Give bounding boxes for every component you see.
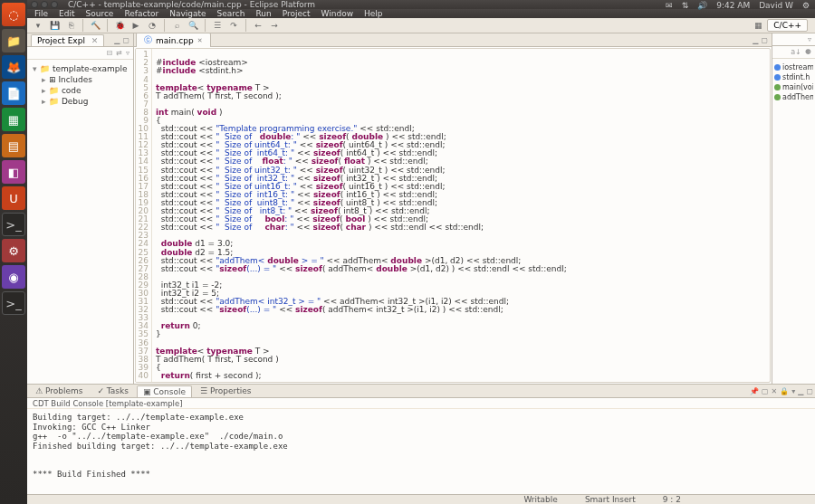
status-cursor: 9 : 2 bbox=[663, 495, 681, 504]
status-bar: Writable Smart Insert 9 : 2 bbox=[27, 494, 815, 504]
outline-item: stdint.h bbox=[774, 72, 813, 82]
open-perspective-icon[interactable]: ▦ bbox=[751, 18, 765, 33]
close-tab-icon[interactable]: ✕ bbox=[197, 37, 203, 44]
toggle-breadcrumb-icon[interactable]: ☰ bbox=[210, 18, 225, 33]
window-titlebar: C/C++ - template-example/code/main.cpp -… bbox=[27, 0, 815, 9]
back-icon[interactable]: ← bbox=[251, 18, 265, 33]
save-all-icon[interactable]: ⎘ bbox=[63, 18, 78, 33]
firefox-icon[interactable]: 🦊 bbox=[2, 55, 25, 79]
menu-project[interactable]: Project bbox=[283, 9, 311, 18]
display-icon[interactable]: ▢ bbox=[762, 387, 769, 395]
maximize-view-icon[interactable]: ▢ bbox=[122, 36, 129, 44]
console-output[interactable]: Building target: ../../template-example.… bbox=[27, 409, 815, 494]
writer-icon[interactable]: 📄 bbox=[2, 81, 25, 105]
minimize-console-icon[interactable]: ▁ bbox=[798, 387, 803, 395]
window-title: C/C++ - template-example/code/main.cpp -… bbox=[68, 0, 315, 9]
scroll-lock-icon[interactable]: 🔒 bbox=[780, 387, 789, 395]
status-writable: Writable bbox=[523, 495, 558, 504]
console-view: ⚠ Problems ✓ Tasks ▣ Console ☰ Propertie… bbox=[27, 384, 815, 494]
editor-view: ⓒ main.cpp ✕ ▁ ▢ 1 2 3 4 5 6 7 8 9 10 11… bbox=[134, 33, 772, 384]
filter-icon[interactable]: ⚈ bbox=[805, 48, 811, 56]
project-explorer-view: Project Expl ✕ ▁ ▢ ⊟ ⇄ ▿ ▾📁 template-exa… bbox=[27, 33, 134, 384]
app-icon[interactable]: ◧ bbox=[2, 160, 25, 184]
status-insert: Smart Insert bbox=[585, 495, 636, 504]
project-explorer-tab[interactable]: Project Expl ✕ bbox=[31, 34, 104, 46]
project-tree[interactable]: ▾📁 template-example ▸⊞ Includes ▸📁 code … bbox=[27, 60, 133, 110]
outline-item: main(void bbox=[774, 82, 813, 92]
maximize-console-icon[interactable]: ▢ bbox=[806, 387, 813, 395]
search-icon[interactable]: 🔍 bbox=[186, 18, 200, 33]
menu-navigate[interactable]: Navigate bbox=[169, 9, 206, 18]
build-icon[interactable]: 🔨 bbox=[88, 18, 102, 33]
tab-problems[interactable]: ⚠ Problems bbox=[29, 385, 89, 397]
terminal2-icon[interactable]: >_ bbox=[2, 291, 25, 315]
nautilus-icon[interactable]: 📁 bbox=[2, 29, 25, 52]
user-menu[interactable]: David W bbox=[759, 1, 793, 10]
impress-icon[interactable]: ▤ bbox=[2, 134, 25, 157]
menu-help[interactable]: Help bbox=[364, 9, 383, 18]
dash-icon[interactable]: ◌ bbox=[2, 3, 25, 26]
main-toolbar: ▾ 💾 ⎘ 🔨 🐞 ▶ ◔ ⌕ 🔍 ☰ ↷ ← → ▦ C/C++ bbox=[27, 18, 815, 33]
debug-icon[interactable]: 🐞 bbox=[112, 18, 127, 33]
outline-view: ▿ a↓ ⚈ iostream stdint.h main(void addTh… bbox=[772, 33, 815, 384]
terminal-icon[interactable]: >_ bbox=[2, 213, 25, 236]
view-menu-icon[interactable]: ▿ bbox=[126, 49, 129, 57]
save-icon[interactable]: 💾 bbox=[47, 18, 62, 33]
settings-icon[interactable]: ⚙ bbox=[2, 239, 25, 262]
maximize-icon[interactable] bbox=[51, 1, 58, 8]
maximize-editor-icon[interactable]: ▢ bbox=[761, 36, 768, 44]
menu-search[interactable]: Search bbox=[217, 9, 245, 18]
pin-icon[interactable]: 📌 bbox=[750, 387, 759, 395]
open-console-icon[interactable]: ▾ bbox=[791, 387, 795, 395]
mail-icon[interactable]: ✉ bbox=[666, 1, 673, 10]
line-gutter: 1 2 3 4 5 6 7 8 9 10 11 12 13 14 15 16 1… bbox=[136, 49, 152, 382]
menu-edit[interactable]: Edit bbox=[59, 9, 74, 18]
system-panel: ✉ ⇅ 🔊 9:42 AM David W ⚙ bbox=[666, 0, 815, 11]
editor-tab-main[interactable]: ⓒ main.cpp ✕ bbox=[136, 33, 211, 47]
code-text[interactable]: #include <iostream> #include <stdint.h> … bbox=[152, 49, 770, 382]
menu-window[interactable]: Window bbox=[321, 9, 354, 18]
outline-item: addThem bbox=[774, 92, 813, 102]
run-icon[interactable]: ▶ bbox=[129, 18, 143, 33]
step-icon[interactable]: ↷ bbox=[226, 18, 241, 33]
menu-source[interactable]: Source bbox=[86, 9, 114, 18]
menu-run[interactable]: Run bbox=[255, 9, 271, 18]
sort-icon[interactable]: a↓ bbox=[791, 48, 801, 56]
open-type-icon[interactable]: ⌕ bbox=[169, 18, 184, 33]
close-view-icon[interactable]: ✕ bbox=[91, 36, 99, 45]
network-icon[interactable]: ⇅ bbox=[682, 1, 689, 10]
minimize-view-icon[interactable]: ▁ bbox=[114, 36, 120, 44]
calc-icon[interactable]: ▦ bbox=[2, 108, 25, 131]
tab-tasks[interactable]: ✓ Tasks bbox=[91, 385, 135, 397]
link-editor-icon[interactable]: ⇄ bbox=[116, 49, 122, 57]
tab-console[interactable]: ▣ Console bbox=[137, 385, 192, 397]
menu-file[interactable]: File bbox=[34, 9, 48, 18]
perspective-cpp[interactable]: C/C++ bbox=[767, 19, 808, 32]
sound-icon[interactable]: 🔊 bbox=[697, 1, 707, 10]
clear-icon[interactable]: ✕ bbox=[772, 387, 778, 395]
menu-refactor[interactable]: Refactor bbox=[124, 9, 158, 18]
close-icon[interactable] bbox=[31, 1, 38, 8]
collapse-all-icon[interactable]: ⊟ bbox=[107, 49, 113, 57]
outline-item: iostream bbox=[774, 62, 813, 72]
gear-icon[interactable]: ⚙ bbox=[802, 1, 810, 10]
new-icon[interactable]: ▾ bbox=[31, 18, 45, 33]
tab-properties[interactable]: ☰ Properties bbox=[194, 385, 257, 397]
profile-icon[interactable]: ◔ bbox=[145, 18, 159, 33]
clock[interactable]: 9:42 AM bbox=[716, 1, 750, 10]
software-center-icon[interactable]: U bbox=[2, 186, 25, 210]
code-editor[interactable]: 1 2 3 4 5 6 7 8 9 10 11 12 13 14 15 16 1… bbox=[135, 48, 771, 383]
minimize-editor-icon[interactable]: ▁ bbox=[753, 36, 758, 44]
minimize-icon[interactable] bbox=[41, 1, 48, 8]
forward-icon[interactable]: → bbox=[267, 18, 282, 33]
console-subtitle: CDT Build Console [template-example] bbox=[27, 398, 815, 409]
eclipse-icon[interactable]: ◉ bbox=[2, 265, 25, 289]
outline-menu-icon[interactable]: ▿ bbox=[808, 35, 811, 43]
unity-launcher[interactable]: ◌ 📁 🦊 📄 ▦ ▤ ◧ U >_ ⚙ ◉ >_ bbox=[0, 0, 27, 504]
